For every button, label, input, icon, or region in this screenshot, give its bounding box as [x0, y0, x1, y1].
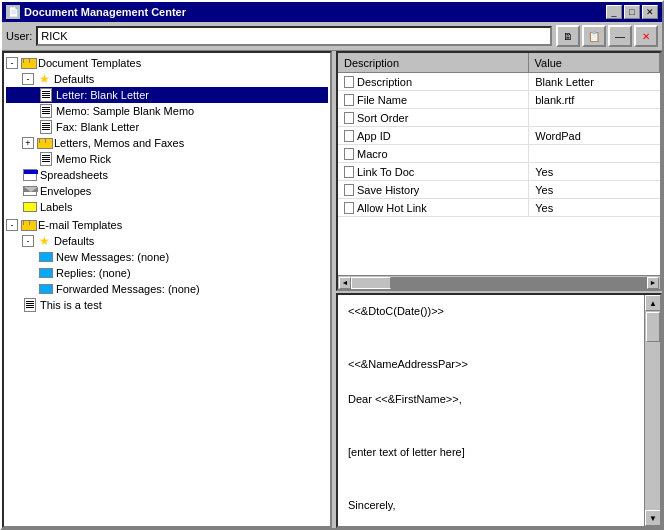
tree-item-replies[interactable]: Replies: (none): [6, 265, 328, 281]
window-title: Document Management Center: [24, 6, 186, 18]
tree-label-letters-memos: Letters, Memos and Faxes: [54, 137, 184, 149]
tree-label-memo-rick: Memo Rick: [56, 153, 111, 165]
props-desc-linktodoc: Link To Doc: [338, 163, 529, 180]
props-val-appid: WordPad: [529, 127, 660, 144]
folder-icon-letters-memos: [36, 135, 52, 151]
email-icon-new-messages: [38, 249, 54, 265]
hscroll-left-btn[interactable]: ◄: [339, 277, 351, 289]
scroll-up-btn[interactable]: ▲: [645, 295, 661, 311]
props-row-linktodoc: Link To Doc Yes: [338, 163, 660, 181]
props-col-value-header: Value: [529, 53, 660, 72]
title-bar-left: 📄 Document Management Center: [6, 5, 186, 19]
tree-label-labels: Labels: [40, 201, 72, 213]
title-bar-buttons: _ □ ✕: [606, 5, 658, 19]
small-doc-icon-6: [344, 184, 354, 196]
props-body: Description Blank Letter File Name blank…: [338, 73, 660, 275]
toolbar: User: 🗎 📋 — ✕: [2, 22, 662, 51]
props-val-allowhotlink: Yes: [529, 199, 660, 216]
star-icon-defaults-2: ★: [36, 233, 52, 249]
expand-defaults-1[interactable]: -: [22, 73, 34, 85]
star-icon-defaults-1: ★: [36, 71, 52, 87]
text-content: <<&DtoC(Date())>> <<&NameAddressPar>> De…: [338, 295, 644, 526]
tree-label-envelopes: Envelopes: [40, 185, 91, 197]
scroll-track: [645, 311, 660, 510]
toolbar-btn-close[interactable]: ✕: [634, 25, 658, 47]
text-scrollbar[interactable]: ▲ ▼: [644, 295, 660, 526]
tree-item-forwarded[interactable]: Forwarded Messages: (none): [6, 281, 328, 297]
tree-item-blank-letter[interactable]: Letter: Blank Letter: [6, 87, 328, 103]
doc-icon-this-is-test: [22, 297, 38, 313]
props-row-filename: File Name blank.rtf: [338, 91, 660, 109]
tree-label-this-is-test: This is a test: [40, 299, 102, 311]
small-doc-icon-0: [344, 76, 354, 88]
props-desc-allowhotlink: Allow Hot Link: [338, 199, 529, 216]
scroll-thumb[interactable]: [646, 312, 660, 342]
tree-item-sample-memo[interactable]: Memo: Sample Blank Memo: [6, 103, 328, 119]
toolbar-btn-3[interactable]: —: [608, 25, 632, 47]
doc-icon-blank-letter: [38, 87, 54, 103]
small-doc-icon-3: [344, 130, 354, 142]
props-row-sortorder: Sort Order: [338, 109, 660, 127]
props-desc-appid: App ID: [338, 127, 529, 144]
props-val-savehistory: Yes: [529, 181, 660, 198]
tree-item-this-is-test[interactable]: This is a test: [6, 297, 328, 313]
tree-label-sample-memo: Memo: Sample Blank Memo: [56, 105, 194, 117]
hscroll-thumb[interactable]: [351, 277, 391, 289]
expand-email-templates[interactable]: -: [6, 219, 18, 231]
app-icon: 📄: [6, 5, 20, 19]
minimize-button[interactable]: _: [606, 5, 622, 19]
expand-doc-templates[interactable]: -: [6, 57, 18, 69]
props-val-linktodoc: Yes: [529, 163, 660, 180]
user-input[interactable]: [36, 26, 552, 46]
tree-item-envelopes[interactable]: Envelopes: [6, 183, 328, 199]
small-doc-icon-7: [344, 202, 354, 214]
tree-item-memo-rick[interactable]: Memo Rick: [6, 151, 328, 167]
main-area: - Document Templates - ★ Defaults Letter…: [2, 51, 662, 528]
props-col-description-header: Description: [338, 53, 529, 72]
props-desc-filename: File Name: [338, 91, 529, 108]
props-desc-macro: Macro: [338, 145, 529, 162]
folder-icon-email-templates: [20, 217, 36, 233]
email-icon-forwarded: [38, 281, 54, 297]
expand-letters-memos[interactable]: +: [22, 137, 34, 149]
tree-item-labels[interactable]: Labels: [6, 199, 328, 215]
props-row-savehistory: Save History Yes: [338, 181, 660, 199]
props-row-allowhotlink: Allow Hot Link Yes: [338, 199, 660, 217]
props-row-description: Description Blank Letter: [338, 73, 660, 91]
expand-defaults-2[interactable]: -: [22, 235, 34, 247]
tree-label-new-messages: New Messages: (none): [56, 251, 169, 263]
maximize-button[interactable]: □: [624, 5, 640, 19]
hscroll-right-btn[interactable]: ►: [647, 277, 659, 289]
tree-item-defaults-2[interactable]: - ★ Defaults: [6, 233, 328, 249]
tree-panel[interactable]: - Document Templates - ★ Defaults Letter…: [2, 51, 332, 528]
small-doc-icon-1: [344, 94, 354, 106]
tree-item-spreadsheets[interactable]: Spreadsheets: [6, 167, 328, 183]
scroll-down-btn[interactable]: ▼: [645, 510, 661, 526]
tree-item-doc-templates[interactable]: - Document Templates: [6, 55, 328, 71]
tree-label-blank-fax: Fax: Blank Letter: [56, 121, 139, 133]
small-doc-icon-2: [344, 112, 354, 124]
props-desc-description: Description: [338, 73, 529, 90]
tree-label-doc-templates: Document Templates: [38, 57, 141, 69]
tree-item-email-templates[interactable]: - E-mail Templates: [6, 217, 328, 233]
props-val-sortorder: [529, 109, 660, 126]
toolbar-btn-1[interactable]: 🗎: [556, 25, 580, 47]
tree-label-forwarded: Forwarded Messages: (none): [56, 283, 200, 295]
hscroll-track: [351, 277, 647, 289]
tree-item-blank-fax[interactable]: Fax: Blank Letter: [6, 119, 328, 135]
close-button[interactable]: ✕: [642, 5, 658, 19]
tree-item-defaults-1[interactable]: - ★ Defaults: [6, 71, 328, 87]
tree-item-new-messages[interactable]: New Messages: (none): [6, 249, 328, 265]
envelope-icon: [22, 183, 38, 199]
tree-label-email-templates: E-mail Templates: [38, 219, 122, 231]
props-hscrollbar[interactable]: ◄ ►: [338, 275, 660, 289]
props-val-filename: blank.rtf: [529, 91, 660, 108]
toolbar-btn-2[interactable]: 📋: [582, 25, 606, 47]
text-panel: <<&DtoC(Date())>> <<&NameAddressPar>> De…: [336, 293, 662, 528]
tree-item-letters-memos[interactable]: + Letters, Memos and Faxes: [6, 135, 328, 151]
tree-label-spreadsheets: Spreadsheets: [40, 169, 108, 181]
props-desc-sortorder: Sort Order: [338, 109, 529, 126]
folder-icon-doc-templates: [20, 55, 36, 71]
small-doc-icon-4: [344, 148, 354, 160]
main-window: 📄 Document Management Center _ □ ✕ User:…: [0, 0, 664, 530]
